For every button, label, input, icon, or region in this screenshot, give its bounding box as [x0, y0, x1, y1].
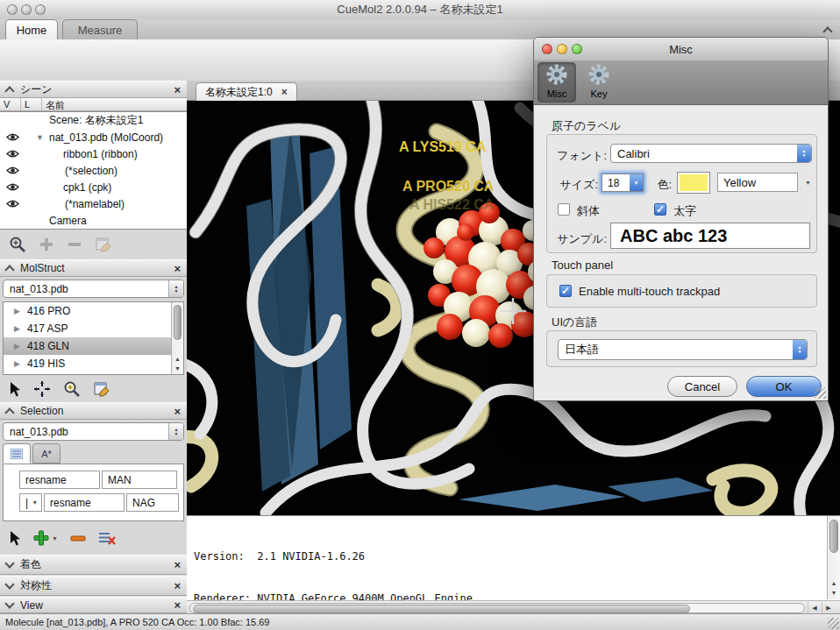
- add-condition-button[interactable]: ▼: [33, 530, 58, 546]
- dialog-resize-grip[interactable]: [815, 387, 826, 399]
- selection-tab-expression[interactable]: A*: [32, 443, 61, 464]
- expander-icon[interactable]: ▶: [14, 359, 20, 368]
- selection-collapse-icon[interactable]: [4, 407, 14, 417]
- selection-field-input[interactable]: resname: [44, 493, 125, 512]
- visibility-eye-icon[interactable]: [6, 182, 19, 192]
- tree-row[interactable]: cpk1 (cpk): [0, 179, 187, 195]
- zoom-to-icon[interactable]: [63, 380, 81, 398]
- dialog-titlebar[interactable]: Misc: [534, 38, 828, 61]
- add-renderer-icon[interactable]: [39, 237, 54, 252]
- scroll-up-icon[interactable]: ▲: [828, 578, 840, 588]
- selection-field-input[interactable]: resname: [19, 471, 100, 489]
- window-titlebar[interactable]: CueMol2 2.0.0.94 – 名称未設定1: [0, 0, 840, 20]
- expander-icon[interactable]: ▶: [14, 324, 20, 333]
- resize-grip[interactable]: [828, 618, 839, 629]
- scrollbar-thumb[interactable]: [193, 605, 690, 613]
- visibility-eye-icon[interactable]: [6, 149, 19, 159]
- visibility-eye-icon[interactable]: [6, 132, 19, 142]
- selection-operator-select[interactable]: |▼: [19, 493, 42, 512]
- scrollbar-track[interactable]: [189, 603, 805, 613]
- tree-row[interactable]: (*selection): [0, 162, 187, 179]
- visibility-eye-icon[interactable]: [6, 199, 19, 209]
- cancel-button[interactable]: Cancel: [667, 376, 737, 397]
- selection-tab-list[interactable]: [3, 443, 31, 464]
- view-collapse-icon[interactable]: [4, 598, 14, 608]
- tree-row[interactable]: ribbon1 (ribbon): [0, 145, 187, 162]
- select-cursor-icon[interactable]: [9, 382, 21, 397]
- expander-icon[interactable]: ▼: [36, 133, 44, 142]
- scroll-right-icon[interactable]: ▶: [822, 602, 835, 613]
- scene-collapse-icon[interactable]: [4, 86, 14, 96]
- tab-close-icon[interactable]: ×: [281, 86, 288, 98]
- view-panel-header[interactable]: View ×: [0, 597, 187, 613]
- molstruct-collapse-icon[interactable]: [4, 265, 14, 274]
- scroll-down-icon[interactable]: ▼: [172, 364, 183, 373]
- dialog-tab-misc[interactable]: Misc: [537, 62, 576, 103]
- symmetry-collapse-icon[interactable]: [4, 579, 14, 589]
- molstruct-close-icon[interactable]: ×: [174, 263, 181, 274]
- symmetry-panel-header[interactable]: 対称性 ×: [0, 576, 187, 596]
- language-select[interactable]: 日本語 ▲▼: [558, 339, 808, 360]
- tab-measure[interactable]: Measure: [62, 19, 138, 39]
- tree-row[interactable]: Scene: 名称未設定1: [0, 112, 187, 129]
- expander-icon[interactable]: ▶: [14, 342, 20, 350]
- select-cursor-icon[interactable]: [9, 531, 21, 546]
- scene-panel-header[interactable]: シーン ×: [0, 81, 187, 98]
- visibility-eye-icon[interactable]: [6, 166, 19, 175]
- scrollbar-thumb[interactable]: [174, 305, 182, 340]
- clear-conditions-icon[interactable]: [98, 530, 116, 546]
- dialog-close-button[interactable]: [542, 44, 552, 54]
- residue-row[interactable]: ▶416 PRO: [4, 302, 171, 320]
- selection-panel-header[interactable]: Selection ×: [0, 402, 187, 420]
- delete-renderer-icon[interactable]: [67, 237, 82, 252]
- zoom-center-icon[interactable]: [9, 236, 26, 253]
- symmetry-close-icon[interactable]: ×: [174, 580, 181, 591]
- italic-checkbox[interactable]: [558, 203, 570, 216]
- document-tab[interactable]: 名称未設定1:0 ×: [196, 82, 297, 101]
- ok-button[interactable]: OK: [746, 376, 822, 397]
- tree-row[interactable]: Camera: [0, 212, 187, 229]
- view-close-icon[interactable]: ×: [174, 599, 181, 611]
- scroll-down-icon[interactable]: ▼: [828, 588, 840, 598]
- font-select[interactable]: Calibri ▲▼: [610, 144, 812, 163]
- tree-row[interactable]: ▼ nat_013.pdb (MolCoord): [0, 129, 187, 145]
- dialog-minimize-button[interactable]: [557, 44, 567, 54]
- residue-row[interactable]: ▶420 PHE: [4, 372, 171, 375]
- coloring-panel-header[interactable]: 着色 ×: [0, 555, 187, 575]
- scroll-left-icon[interactable]: ◀: [808, 602, 821, 613]
- remove-condition-icon[interactable]: [70, 530, 86, 546]
- dialog-zoom-button[interactable]: [572, 44, 582, 54]
- color-swatch[interactable]: [677, 172, 710, 194]
- color-dropdown-caret[interactable]: ▼: [805, 180, 811, 186]
- coloring-collapse-icon[interactable]: [4, 558, 14, 568]
- residue-row-selected[interactable]: ▶418 GLN: [4, 337, 171, 355]
- residue-row[interactable]: ▶419 HIS: [4, 355, 171, 372]
- scroll-up-icon[interactable]: ▲: [172, 354, 183, 364]
- scene-close-icon[interactable]: ×: [174, 84, 181, 96]
- center-view-icon[interactable]: [33, 380, 51, 398]
- molstruct-panel-header[interactable]: MolStruct ×: [0, 259, 187, 277]
- color-name-input[interactable]: Yellow: [717, 173, 798, 192]
- log-console[interactable]: Version: 2.1 NVIDIA-1.6.26 Renderer: NVI…: [187, 515, 840, 600]
- properties-icon[interactable]: [93, 380, 110, 398]
- molstruct-molecule-select[interactable]: nat_013.pdb ▲▼: [3, 280, 184, 298]
- selection-value-input[interactable]: NAG: [126, 493, 179, 512]
- selection-close-icon[interactable]: ×: [174, 406, 181, 417]
- residue-list-scrollbar[interactable]: ▲ ▼: [171, 302, 183, 374]
- selection-molecule-select[interactable]: nat_013.pdb ▲▼: [3, 422, 184, 441]
- console-scrollbar[interactable]: ▲ ▼: [827, 516, 840, 599]
- expander-icon[interactable]: ▶: [14, 307, 20, 315]
- multitouch-checkbox[interactable]: ✓: [559, 285, 572, 297]
- scrollbar-thumb[interactable]: [829, 520, 838, 553]
- residue-row[interactable]: ▶417 ASP: [4, 320, 171, 337]
- tree-row[interactable]: (*namelabel): [0, 195, 187, 212]
- bold-checkbox[interactable]: ✓: [654, 203, 666, 216]
- properties-icon[interactable]: [95, 236, 112, 253]
- coloring-close-icon[interactable]: ×: [174, 559, 181, 570]
- console-hscrollbar[interactable]: ◀ ▶: [187, 600, 840, 613]
- selection-value-input[interactable]: MAN: [102, 471, 177, 489]
- tab-home[interactable]: Home: [5, 19, 58, 39]
- dialog-tab-key[interactable]: Key: [580, 62, 618, 103]
- language-group: 日本語 ▲▼: [546, 330, 817, 367]
- size-combo[interactable]: 18 ▼: [602, 173, 644, 192]
